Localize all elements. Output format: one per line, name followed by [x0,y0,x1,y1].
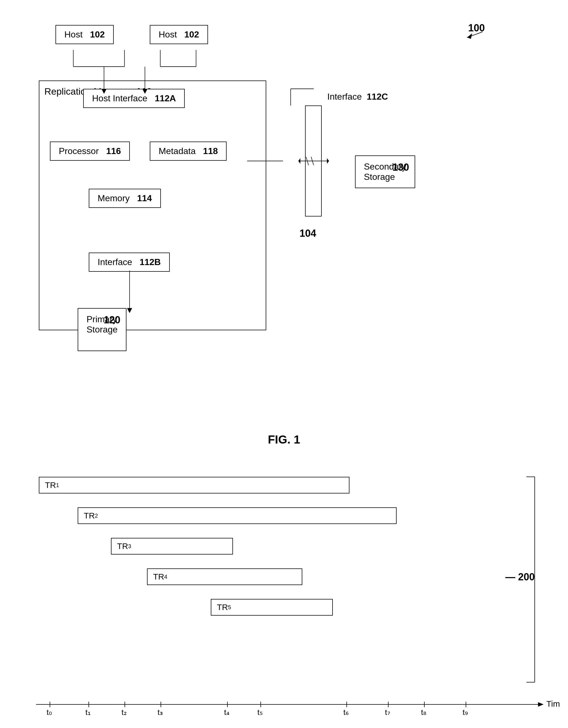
tr2-sub: 2 [95,513,98,519]
svg-text:t₆: t₆ [343,708,348,717]
svg-text:t₅: t₅ [258,708,263,717]
metadata-box: Metadata 118 [150,142,227,161]
memory-box: Memory 114 [89,189,161,208]
tr4-bar: TR4 [147,568,302,585]
host-box-left: Host 102 [56,25,114,44]
tr5-sub: 5 [228,604,231,611]
host-right-label: Host [159,29,177,39]
fig1-diagram: 100 Host 102 Host 102 Replication Manage… [22,17,546,411]
time-axis-svg: t₀ t₁ t₂ t₃ t₄ t₅ t₆ t₇ t₈ [33,696,560,718]
page: 100 Host 102 Host 102 Replication Manage… [0,0,568,728]
processor-box: Processor 116 [50,142,130,161]
svg-text:t₁: t₁ [85,708,91,717]
tr1-bar: TR1 [39,477,349,493]
svg-text:t₂: t₂ [122,708,127,717]
primary-storage-box: Primary Storage 120 [78,308,127,351]
fig2-diagram: — 200 TR1 TR2 TR3 TR4 TR5 [22,468,546,728]
host-left-num: 102 [90,29,105,39]
ref-200-label: — 200 [505,571,535,583]
secondary-storage-box: Secondary Storage 130 [355,155,415,188]
host-box-right: Host 102 [150,25,208,44]
svg-text:Time: Time [546,699,560,708]
tr5-bar: TR5 [211,599,333,616]
ref-104-label: 104 [299,228,316,239]
tr4-sub: 4 [164,574,167,580]
svg-text:t₇: t₇ [385,708,390,717]
tr3-sub: 3 [128,543,131,550]
host-right-num: 102 [184,29,199,39]
svg-text:t₃: t₃ [158,708,163,717]
svg-text:t₄: t₄ [224,708,229,717]
host-left-label: Host [64,29,83,39]
tr3-bar: TR3 [111,538,233,555]
ref-100-label: 100 [468,22,485,34]
tr1-sub: 1 [56,482,59,488]
interface-112c-label: Interface 112C [327,92,388,102]
tr2-bar: TR2 [78,507,397,524]
fig1-title: FIG. 1 [22,433,546,446]
svg-text:t₈: t₈ [421,708,426,717]
svg-marker-1 [467,33,472,39]
svg-text:t₀: t₀ [47,708,52,717]
interface-112b-box: Interface 112B [89,253,170,272]
svg-marker-16 [298,158,300,164]
svg-marker-26 [538,702,544,707]
interface-112c-box [305,105,322,216]
svg-text:t₉: t₉ [463,708,468,717]
host-interface-box: Host Interface 112A [83,89,185,108]
svg-marker-17 [327,158,329,164]
